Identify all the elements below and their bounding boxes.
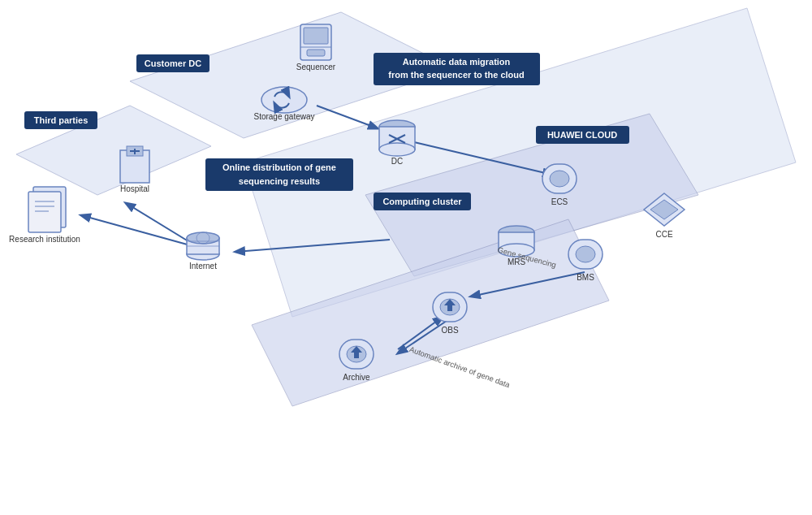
- svg-point-22: [379, 143, 415, 156]
- svg-line-5: [317, 106, 378, 128]
- svg-text:Archive: Archive: [343, 373, 370, 382]
- svg-text:Customer DC: Customer DC: [145, 58, 201, 68]
- svg-rect-60: [447, 305, 452, 311]
- svg-point-55: [576, 246, 595, 262]
- svg-text:Hospital: Hospital: [120, 184, 149, 193]
- svg-text:CCE: CCE: [655, 230, 672, 239]
- svg-text:BMS: BMS: [577, 273, 594, 282]
- svg-text:Storage gateway: Storage gateway: [253, 112, 314, 121]
- svg-rect-32: [28, 192, 61, 232]
- svg-point-39: [187, 232, 219, 244]
- svg-text:Third parties: Third parties: [34, 115, 89, 125]
- svg-text:Research institution: Research institution: [9, 235, 80, 244]
- svg-text:Sequencer: Sequencer: [296, 63, 336, 71]
- svg-rect-65: [354, 353, 359, 358]
- svg-text:Internet: Internet: [189, 262, 217, 270]
- svg-point-18: [261, 87, 307, 113]
- svg-text:sequencing results: sequencing results: [239, 176, 320, 186]
- svg-text:ECS: ECS: [551, 197, 568, 206]
- svg-rect-14: [304, 28, 328, 44]
- svg-point-45: [550, 171, 569, 187]
- svg-text:Online distribution of gene: Online distribution of gene: [222, 162, 336, 172]
- diagram-container: Sequencer Storage gateway DC: [0, 0, 812, 515]
- svg-text:Automatic data migration: Automatic data migration: [403, 57, 511, 67]
- svg-text:from the sequencer to the clou: from the sequencer to the cloud: [388, 70, 524, 80]
- svg-text:DC: DC: [391, 157, 403, 166]
- svg-text:Automatic archive of gene data: Automatic archive of gene data: [408, 344, 512, 389]
- svg-line-8: [81, 215, 199, 248]
- svg-text:Computing cluster: Computing cluster: [382, 197, 462, 206]
- svg-text:OBS: OBS: [441, 326, 458, 335]
- svg-rect-16: [307, 50, 325, 56]
- svg-text:HUAWEI CLOUD: HUAWEI CLOUD: [547, 130, 617, 140]
